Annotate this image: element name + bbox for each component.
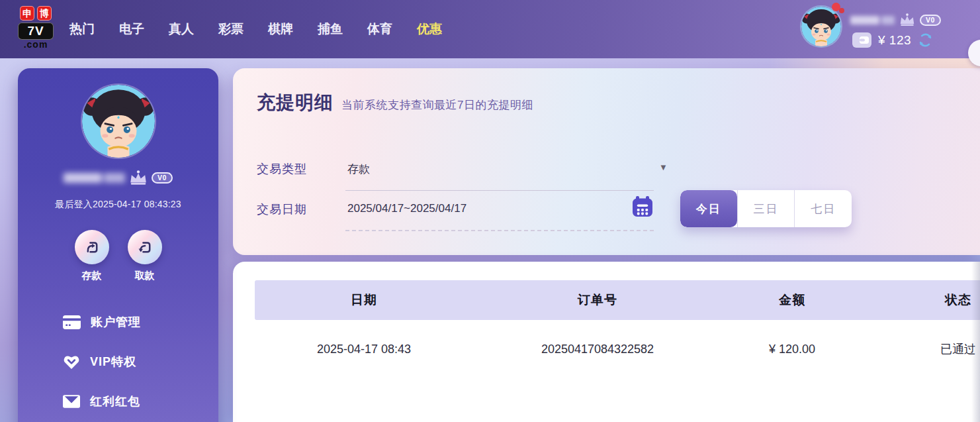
filter-panel: 充提明细 当前系统支持查询最近7日的充提明细 交易类型 存款 ▼ 交易日期 20… [233, 68, 980, 255]
logo-suffix: .com [18, 39, 54, 50]
vip-level-badge[interactable]: V0 [152, 172, 173, 184]
sidebar-item-label: VIP特权 [90, 354, 136, 370]
nav-item-live[interactable]: 真人 [169, 21, 194, 38]
masked-username [64, 173, 125, 183]
withdraw-button[interactable]: 取款 [128, 230, 162, 282]
sidebar-item-account[interactable]: 账户管理 [18, 313, 218, 331]
sidebar-item-bonus[interactable]: 红利红包 [18, 392, 218, 411]
withdraw-label: 取款 [128, 270, 162, 282]
logo-badge-right: 博 [37, 6, 52, 21]
logo-main-text: 7V [18, 23, 54, 40]
vip-crown-icon [128, 170, 148, 185]
title-row: 充提明细 当前系统支持查询最近7日的充提明细 [257, 90, 533, 115]
deposit-icon [75, 230, 109, 264]
sidebar-username-row: V0 [18, 166, 218, 189]
masked-username [850, 16, 895, 25]
cell-date: 2025-04-17 08:43 [255, 320, 473, 378]
nav-item-lottery[interactable]: 彩票 [218, 21, 244, 38]
refresh-balance-icon[interactable] [917, 32, 934, 48]
vip-crown-icon [899, 13, 916, 26]
cell-amount: ¥ 120.00 [722, 320, 862, 378]
quick-range-3days[interactable]: 三日 [737, 190, 795, 227]
sidebar: V0 最后登入2025-04-17 08:43:23 存款 取款 [18, 68, 218, 422]
nav-user-area: V0 ¥ 123 [801, 4, 954, 56]
logo-badge-left: 申 [20, 6, 34, 21]
quick-actions: 存款 取款 [18, 230, 218, 282]
vip-badge-icon [63, 354, 80, 370]
quick-range-7days[interactable]: 七日 [794, 190, 852, 227]
column-header-date: 日期 [255, 280, 473, 320]
deposit-button[interactable]: 存款 [75, 230, 109, 282]
envelope-icon [63, 395, 80, 408]
transaction-type-select[interactable]: 存款 [347, 162, 370, 177]
deposit-label: 存款 [75, 270, 109, 282]
background-tint [768, 58, 980, 68]
table-header: 日期 订单号 金额 状态 [255, 280, 980, 320]
column-header-order: 订单号 [473, 280, 722, 320]
nav-item-cards[interactable]: 棋牌 [268, 21, 293, 38]
sidebar-avatar-image [82, 85, 155, 158]
nav-item-slots[interactable]: 电子 [119, 21, 144, 38]
vip-level-badge[interactable]: V0 [920, 15, 941, 26]
transaction-type-label: 交易类型 [257, 161, 307, 177]
nav-item-sports[interactable]: 体育 [367, 21, 392, 38]
divider [345, 230, 654, 231]
avatar-image [801, 7, 841, 46]
sidebar-menu: 账户管理 VIP特权 红利红包 [18, 313, 218, 411]
records-panel: 日期 订单号 金额 状态 2025-04-17 08:43 2025041708… [233, 262, 980, 422]
wallet-icon [852, 32, 872, 48]
last-login-text: 最后登入2025-04-17 08:43:23 [18, 199, 218, 211]
calendar-icon[interactable] [631, 195, 654, 221]
nav-item-hot[interactable]: 热门 [69, 21, 95, 38]
sidebar-item-label: 账户管理 [91, 314, 141, 330]
logo-badges: 申 博 [18, 6, 54, 21]
nav-username-row: V0 [850, 13, 941, 26]
column-header-status: 状态 [862, 280, 980, 320]
bank-card-icon [63, 315, 81, 329]
table-row[interactable]: 2025-04-17 08:43 20250417084322582 ¥ 120… [255, 320, 980, 378]
sidebar-item-vip[interactable]: VIP特权 [18, 352, 218, 371]
nav-balance-row: ¥ 123 [852, 32, 934, 48]
withdraw-icon [128, 230, 162, 264]
user-avatar[interactable] [801, 7, 841, 46]
page-title: 充提明细 [257, 90, 334, 115]
cell-order-number: 20250417084322582 [473, 320, 722, 378]
date-quick-range-group: 今日 三日 七日 [680, 190, 852, 227]
notification-dot-small [839, 8, 844, 13]
column-header-amount: 金额 [722, 280, 862, 320]
nav-item-fishing[interactable]: 捕鱼 [318, 21, 343, 38]
transaction-date-label: 交易日期 [257, 201, 307, 217]
top-nav: 申 博 7V .com 热门 电子 真人 彩票 棋牌 捕鱼 体育 优惠 V0 [0, 0, 980, 58]
sidebar-item-label: 红利红包 [90, 394, 140, 409]
page-subtitle: 当前系统支持查询最近7日的充提明细 [341, 97, 533, 113]
date-range-input[interactable]: 2025/04/17~2025/04/17 [347, 202, 467, 215]
balance-amount: ¥ 123 [878, 33, 911, 48]
main-nav-menu: 热门 电子 真人 彩票 棋牌 捕鱼 体育 优惠 [69, 0, 442, 58]
quick-range-today[interactable]: 今日 [680, 190, 737, 227]
divider [345, 190, 654, 191]
sidebar-avatar[interactable] [82, 85, 155, 158]
chevron-down-icon[interactable]: ▼ [659, 162, 668, 172]
site-logo[interactable]: 申 博 7V .com [18, 6, 54, 50]
nav-item-promo[interactable]: 优惠 [417, 21, 442, 38]
cell-status: 已通过 [862, 320, 980, 378]
scroll-edge-shade [971, 262, 980, 422]
